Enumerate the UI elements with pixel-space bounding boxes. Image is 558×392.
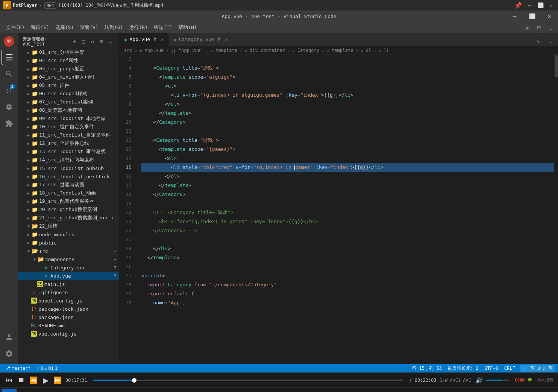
tree-item-main-js[interactable]: JS main.js: [18, 280, 119, 288]
error-count[interactable]: ✕ 0 ⚠ 0i 1↑: [35, 366, 62, 371]
code-content[interactable]: <Category title="游戏"> <template scope="a…: [138, 55, 554, 364]
tree-item-readme[interactable]: M↓ README.md: [18, 321, 119, 330]
lang-status[interactable]: 🌐 英 ∪ ♪ 英: [520, 365, 555, 372]
cursor-position[interactable]: 行 15，列 53: [411, 365, 443, 372]
tab-size[interactable]: 制表符长度: 2: [446, 365, 480, 372]
split-right-btn[interactable]: ⊞: [534, 36, 544, 46]
scrollbar-thumb[interactable]: [555, 55, 558, 77]
tree-item-gitignore[interactable]: ⊙ .gitignore: [18, 288, 119, 296]
potplayer-close-btn[interactable]: ✕: [547, 2, 555, 8]
tree-item-02[interactable]: ▶ 📁 02_src_ref属性: [18, 56, 119, 65]
git-branch[interactable]: ⎇ master*: [3, 365, 32, 371]
tab-close-category[interactable]: ✕: [225, 36, 228, 43]
volume-bar[interactable]: [486, 380, 509, 381]
split-editor-btn[interactable]: ⊞: [534, 23, 544, 32]
refresh-btn[interactable]: ↺: [88, 37, 97, 46]
tree-item-pkg[interactable]: {} package.json: [18, 313, 119, 321]
vscode-close-btn[interactable]: ✕: [541, 11, 558, 22]
debug-run-btn[interactable]: ▶: [523, 23, 532, 32]
activity-accounts[interactable]: [2, 330, 17, 345]
video-progress-bar[interactable]: [93, 380, 403, 381]
taskbar-typora[interactable]: T README.md - Typo...: [70, 390, 121, 392]
tree-item-07[interactable]: ▶ 📁 07_src_TodoList案例: [18, 98, 119, 106]
tab-app-vue[interactable]: ◈ App.vue M ✕: [120, 33, 169, 46]
potplayer-minimize[interactable]: ─: [526, 2, 533, 8]
more-actions-btn[interactable]: …: [545, 23, 555, 32]
menu-select[interactable]: 选择(S): [52, 23, 77, 32]
user-avatar[interactable]: 管: [4, 36, 14, 47]
bc-li[interactable]: ◇ li: [379, 48, 389, 53]
video-play-btn[interactable]: ▶: [41, 375, 50, 385]
tree-item-pkg-lock[interactable]: {} package-lock.json: [18, 305, 119, 313]
tree-item-18[interactable]: ▶ 📁 18_src_TodoList_动画: [18, 189, 119, 197]
potplayer-pin[interactable]: 📌: [512, 2, 524, 9]
tree-item-13[interactable]: ▶ 📁 13_src_TodoList_事件总线: [18, 147, 119, 156]
menu-file[interactable]: 文件(F): [3, 23, 27, 32]
bc-src[interactable]: src: [124, 48, 132, 53]
more-editor-btn[interactable]: …: [545, 36, 555, 46]
tree-item-21[interactable]: ▶ 📁 21_src_github搜索案例_vue-resource: [18, 214, 119, 222]
tree-item-app-vue[interactable]: ◈ App.vue M: [18, 272, 119, 280]
tree-item-09[interactable]: ▶ 📁 09_src_TodoList_本地存储: [18, 114, 119, 123]
activity-explorer[interactable]: [2, 50, 17, 65]
tree-item-public[interactable]: ▶ 📁 public: [18, 239, 119, 247]
scrollbar-track[interactable]: [554, 55, 558, 364]
bc-divcontainer[interactable]: ◇ div.container: [244, 48, 285, 53]
tree-item-babel[interactable]: JS babel.config.js: [18, 296, 119, 305]
activity-settings[interactable]: [2, 346, 17, 361]
menu-goto[interactable]: 转到(G): [102, 23, 126, 32]
bc-category[interactable]: ◇ Category: [292, 48, 319, 53]
video-stop-btn[interactable]: ⏹: [17, 375, 26, 385]
menu-run[interactable]: 运行(R): [126, 23, 150, 32]
bc-template[interactable]: ◇ template: [210, 48, 237, 53]
new-folder-btn[interactable]: □: [79, 37, 88, 46]
bc-appvue[interactable]: ◈ App.vue: [140, 48, 164, 53]
tree-item-16[interactable]: ▶ 📁 16_src_TodoList_nextTick: [18, 172, 119, 181]
tree-item-12[interactable]: ▶ 📁 12_src_全局事件总线: [18, 139, 119, 147]
video-prev-frame-btn[interactable]: ⏪: [29, 375, 38, 385]
tab-category-vue[interactable]: ◈ Category.vue M ✕: [169, 33, 233, 46]
tree-item-src[interactable]: ▼ 📂 src •: [18, 247, 119, 255]
video-next-frame-btn[interactable]: ⏩: [53, 375, 62, 385]
tree-item-components[interactable]: ▼ 📂 components •: [18, 255, 119, 263]
tree-item-10[interactable]: ▶ 📁 10_src_组件自定义事件: [18, 123, 119, 131]
tree-item-04[interactable]: ▶ 📁 04_src_mixin混入(合): [18, 73, 119, 81]
tree-item-vue-config[interactable]: JS vue.config.js: [18, 330, 119, 338]
taskbar-vscode[interactable]: App.vue - vue_test -...: [174, 390, 232, 392]
new-file-btn[interactable]: +: [70, 37, 79, 46]
tree-item-node-modules[interactable]: ▶ 📁 node_modules: [18, 230, 119, 239]
start-btn[interactable]: [2, 389, 17, 392]
vscode-minimize-btn[interactable]: ─: [506, 11, 523, 22]
bc-template2[interactable]: ◇ template: [326, 48, 353, 53]
tree-item-03[interactable]: ▶ 📁 03_src_props配置: [18, 65, 119, 73]
taskbar-chrome[interactable]: vue_test - Google C...: [122, 390, 173, 392]
tab-close-app[interactable]: ✕: [161, 36, 164, 43]
tree-item-category-vue[interactable]: ◈ Category.vue M: [18, 263, 119, 272]
tree-item-19[interactable]: ▶ 📁 19_src_配置代理服务器: [18, 197, 119, 205]
video-prev-btn[interactable]: ⏮: [5, 375, 14, 385]
tree-item-17[interactable]: ▶ 📁 17_src_过渡与动画: [18, 181, 119, 189]
menu-edit[interactable]: 编辑(E): [27, 23, 52, 32]
menu-view[interactable]: 查看(V): [77, 23, 101, 32]
sidebar-more-btn[interactable]: …: [106, 37, 115, 46]
volume-btn[interactable]: 🔊: [474, 375, 484, 385]
tree-item-14[interactable]: ▶ 📁 14_src_消息订阅与发布: [18, 156, 119, 164]
tree-item-06[interactable]: ▶ 📁 06_src_scoped样式: [18, 90, 119, 98]
bc-ol[interactable]: ◇ ol: [361, 48, 371, 53]
potplayer-restore[interactable]: ⬜: [535, 2, 546, 8]
activity-extensions[interactable]: [2, 116, 17, 131]
tree-item-08[interactable]: ▶ 📁 08_浏览器本地存储: [18, 106, 119, 114]
eol[interactable]: CRLF: [503, 366, 517, 371]
activity-search[interactable]: [2, 66, 17, 81]
activity-scm[interactable]: 2: [2, 83, 17, 98]
tree-item-15[interactable]: ▶ 📁 15_src_TodoList_pubsub: [18, 164, 119, 172]
tree-item-20[interactable]: ▶ 📁 20_src_github搜索案例: [18, 205, 119, 214]
collapse-btn[interactable]: ⊟: [97, 37, 106, 46]
vscode-restore-btn[interactable]: ⬜: [523, 11, 541, 22]
menu-terminal[interactable]: 终端(T): [151, 23, 175, 32]
taskbar-word[interactable]: W 尚硅谷_Vue全家桶.d...: [18, 390, 69, 392]
bc-appvue-obj[interactable]: {} "App.vue": [171, 48, 203, 53]
menu-help[interactable]: 帮助(H): [175, 23, 200, 32]
encoding[interactable]: UTF-8: [483, 366, 500, 371]
tree-item-22[interactable]: ▼ 📂 22_插槽: [18, 222, 119, 230]
